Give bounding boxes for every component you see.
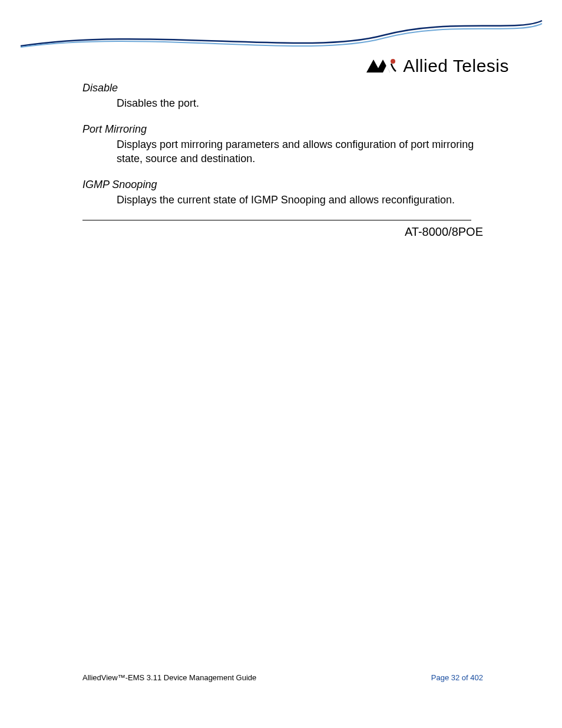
page-footer: AlliedView™-EMS 3.11 Device Management G… [82, 673, 483, 682]
section-divider [82, 220, 471, 220]
model-heading: AT-8000/8POE [82, 225, 483, 239]
section-term-igmp-snooping: IGMP Snooping [82, 178, 483, 192]
svg-point-3 [391, 59, 395, 64]
page-content: Disable Disables the port. Port Mirrorin… [82, 81, 483, 239]
footer-doc-title: AlliedView™-EMS 3.11 Device Management G… [82, 673, 256, 682]
footer-page-number: Page 32 of 402 [431, 673, 483, 682]
brand-name: Allied Telesis [403, 56, 509, 76]
section-desc-port-mirroring: Displays port mirroring parameters and a… [117, 137, 483, 166]
section-term-disable: Disable [82, 81, 483, 95]
allied-telesis-logo-icon [365, 58, 398, 74]
section-term-port-mirroring: Port Mirroring [82, 123, 483, 136]
header-swoosh-decoration [0, 0, 562, 59]
section-desc-disable: Disables the port. [117, 96, 483, 110]
section-desc-igmp-snooping: Displays the current state of IGMP Snoop… [117, 193, 483, 207]
brand-logo-block: Allied Telesis [365, 56, 509, 76]
document-page: Allied Telesis Disable Disables the port… [0, 0, 562, 728]
